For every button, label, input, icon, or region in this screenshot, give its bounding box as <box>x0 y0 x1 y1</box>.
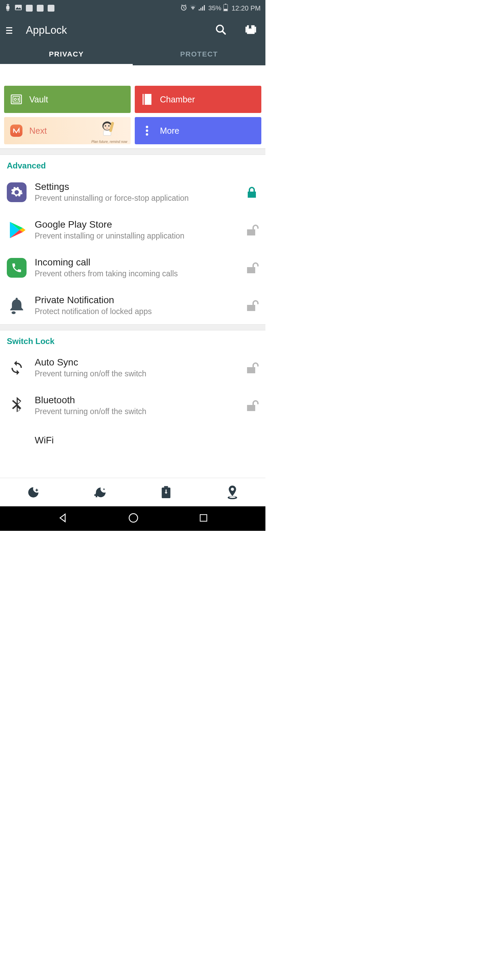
vault-card[interactable]: Vault <box>4 86 130 113</box>
bell-icon <box>7 296 27 315</box>
notification-icon <box>37 5 43 11</box>
lock-closed-icon[interactable] <box>247 186 259 198</box>
switch-lock-header: Switch Lock <box>0 331 266 349</box>
sync-icon <box>7 358 27 378</box>
next-card[interactable]: Next Plan future, remind now <box>4 117 130 144</box>
notification-icon <box>48 5 54 11</box>
list-item-play-store[interactable]: Google Play Store Prevent installing or … <box>0 211 266 249</box>
wifi-icon <box>7 430 27 450</box>
svg-rect-30 <box>247 267 255 273</box>
svg-point-31 <box>11 311 16 314</box>
item-title: Settings <box>35 181 238 192</box>
door-icon <box>141 93 153 105</box>
list-item-private-notification[interactable]: Private Notification Protect notificatio… <box>0 286 266 324</box>
list-item-wifi[interactable]: WiFi <box>0 424 266 450</box>
mascot-icon <box>97 119 117 140</box>
item-sub: Prevent turning on/off the switch <box>35 369 238 379</box>
wifi-icon <box>189 5 197 12</box>
bluetooth-icon <box>7 396 27 415</box>
app-bar: AppLock <box>0 16 266 44</box>
svg-rect-32 <box>247 305 255 311</box>
card-label: Chamber <box>160 95 195 105</box>
tab-bar: PRIVACY PROTECT <box>0 44 266 65</box>
item-title: Bluetooth <box>35 395 238 406</box>
svg-rect-8 <box>224 9 227 11</box>
home-button[interactable] <box>128 513 138 524</box>
back-button[interactable] <box>57 513 68 524</box>
notification-icon <box>26 5 33 11</box>
list-item-bluetooth[interactable]: Bluetooth Prevent turning on/off the swi… <box>0 387 266 424</box>
item-sub: Prevent turning on/off the switch <box>35 407 238 416</box>
lock-open-icon[interactable] <box>247 262 259 274</box>
vault-icon <box>10 93 22 105</box>
battery-icon <box>223 4 228 13</box>
svg-rect-5 <box>204 5 205 11</box>
phone-icon <box>7 258 27 278</box>
svg-point-25 <box>146 126 148 128</box>
tab-privacy[interactable]: PRIVACY <box>0 44 133 65</box>
location-button[interactable] <box>199 478 266 506</box>
quick-cards: Vault Chamber Next Plan future, remind n… <box>0 82 266 149</box>
svg-rect-28 <box>248 192 256 198</box>
more-card[interactable]: More <box>135 117 261 144</box>
svg-rect-7 <box>225 4 226 5</box>
download-button[interactable] <box>133 478 199 506</box>
svg-point-26 <box>146 130 148 132</box>
alarm-icon <box>180 4 187 13</box>
svg-point-38 <box>229 496 235 498</box>
svg-rect-4 <box>202 6 203 11</box>
svg-rect-36 <box>164 486 168 487</box>
settings-icon <box>7 182 27 202</box>
search-button[interactable] <box>212 21 230 40</box>
card-label: Vault <box>29 95 48 105</box>
list-item-auto-sync[interactable]: Auto Sync Prevent turning on/off the swi… <box>0 349 266 387</box>
svg-point-21 <box>105 125 106 127</box>
image-icon <box>15 4 22 13</box>
night-mode-button[interactable] <box>0 478 66 506</box>
lock-open-icon[interactable] <box>247 224 259 236</box>
more-vert-icon <box>141 124 153 137</box>
battery-percent: 35% <box>208 5 221 12</box>
play-store-icon <box>7 220 27 240</box>
item-title: Auto Sync <box>35 357 238 368</box>
item-title: WiFi <box>35 435 259 446</box>
next-app-icon <box>10 124 22 137</box>
list-item-settings[interactable]: Settings Prevent uninstalling or force-s… <box>0 173 266 211</box>
svg-rect-18 <box>143 94 145 105</box>
recents-button[interactable] <box>199 514 208 524</box>
lock-open-icon[interactable] <box>247 362 259 374</box>
svg-rect-34 <box>247 405 255 411</box>
svg-rect-33 <box>247 367 255 373</box>
add-night-button[interactable] <box>66 478 133 506</box>
bottom-toolbar <box>0 478 266 506</box>
status-bar: 35% 12:20 PM <box>0 0 266 16</box>
advanced-header: Advanced <box>0 155 266 173</box>
card-tagline: Plan future, remind now <box>91 140 127 143</box>
section-divider <box>0 324 266 331</box>
svg-rect-2 <box>199 9 200 11</box>
item-title: Private Notification <box>35 295 238 305</box>
svg-point-15 <box>14 98 16 100</box>
lock-open-icon[interactable] <box>247 399 259 412</box>
scroll-content[interactable]: Vault Chamber Next Plan future, remind n… <box>0 82 266 478</box>
item-sub: Protect notification of locked apps <box>35 307 238 316</box>
svg-rect-3 <box>200 8 202 11</box>
menu-icon[interactable] <box>4 25 14 36</box>
chamber-card[interactable]: Chamber <box>135 86 261 113</box>
svg-rect-11 <box>245 27 247 33</box>
debug-icon <box>5 4 11 13</box>
svg-rect-40 <box>200 514 207 521</box>
svg-rect-29 <box>247 229 255 235</box>
signal-icon <box>199 5 205 12</box>
svg-rect-16 <box>18 98 19 101</box>
app-title: AppLock <box>26 24 67 37</box>
tab-protect[interactable]: PROTECT <box>133 44 266 65</box>
theme-button[interactable] <box>242 21 260 40</box>
svg-point-22 <box>108 125 110 127</box>
list-item-incoming-call[interactable]: Incoming call Prevent others from taking… <box>0 249 266 286</box>
card-label: Next <box>29 126 47 136</box>
svg-rect-12 <box>255 27 256 33</box>
item-title: Incoming call <box>35 257 238 268</box>
item-sub: Prevent uninstalling or force-stop appli… <box>35 194 238 203</box>
lock-open-icon[interactable] <box>247 299 259 312</box>
